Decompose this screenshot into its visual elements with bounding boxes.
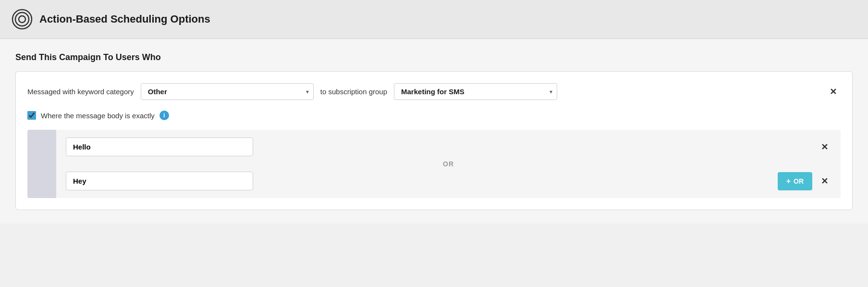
info-icon[interactable]: i xyxy=(159,111,169,120)
left-accent-bar xyxy=(27,130,56,198)
plus-icon: + xyxy=(786,177,791,186)
message-input-2[interactable] xyxy=(66,172,253,190)
subscription-select-wrapper: Marketing for SMS Promotional SMS Transa… xyxy=(394,83,557,100)
message-inputs-container: ✕ OR + OR ✕ xyxy=(56,130,841,198)
messaged-with-label: Messaged with keyword category xyxy=(27,87,134,96)
page-title: Action-Based Scheduling Options xyxy=(39,13,210,25)
keyword-category-select[interactable]: Other Opt-In Opt-Out Help Custom xyxy=(141,83,314,100)
second-row-actions: + OR ✕ xyxy=(261,172,831,190)
first-row-actions: ✕ xyxy=(261,140,831,154)
keyword-row: Messaged with keyword category Other Opt… xyxy=(27,83,841,100)
message-body-checkbox[interactable] xyxy=(27,111,36,120)
svg-point-2 xyxy=(19,16,25,23)
page-header: Action-Based Scheduling Options xyxy=(0,0,868,39)
remove-row-button[interactable]: ✕ xyxy=(826,85,841,99)
target-icon xyxy=(12,9,33,30)
add-or-button[interactable]: + OR xyxy=(778,172,812,190)
remove-message-1-button[interactable]: ✕ xyxy=(818,140,831,154)
message-body-label: Where the message body is exactly xyxy=(41,112,155,120)
keyword-select-wrapper: Other Opt-In Opt-Out Help Custom ▾ xyxy=(141,83,314,100)
subscription-label: to subscription group xyxy=(320,87,387,96)
subscription-group-select[interactable]: Marketing for SMS Promotional SMS Transa… xyxy=(394,83,557,100)
message-input-1[interactable] xyxy=(66,137,253,156)
scheduling-card: Messaged with keyword category Other Opt… xyxy=(15,71,853,210)
section-title: Send This Campaign To Users Who xyxy=(15,52,853,62)
first-message-row: ✕ xyxy=(66,137,831,156)
or-button-label: OR xyxy=(794,177,804,185)
svg-point-1 xyxy=(15,12,29,26)
message-body-row: Where the message body is exactly i xyxy=(27,111,841,120)
message-inputs-section: ✕ OR + OR ✕ xyxy=(27,130,841,198)
remove-message-2-button[interactable]: ✕ xyxy=(818,174,831,188)
second-message-row: + OR ✕ xyxy=(66,172,831,190)
or-divider: OR xyxy=(66,156,831,172)
main-content: Send This Campaign To Users Who Messaged… xyxy=(0,39,868,224)
